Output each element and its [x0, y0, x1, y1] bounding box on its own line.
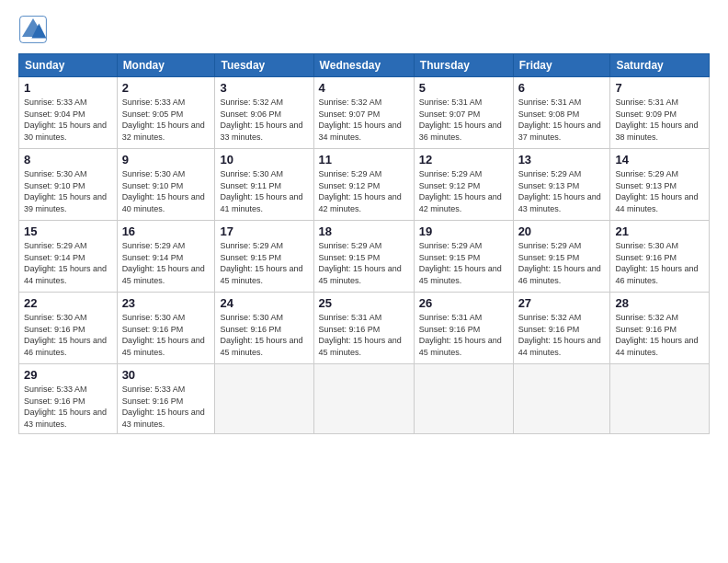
col-tuesday: Tuesday [215, 54, 313, 77]
table-cell: 21Sunrise: 5:30 AMSunset: 9:16 PMDayligh… [610, 221, 710, 293]
table-cell: 22Sunrise: 5:30 AMSunset: 9:16 PMDayligh… [19, 293, 118, 364]
table-cell: 15Sunrise: 5:29 AMSunset: 9:14 PMDayligh… [19, 221, 118, 293]
table-cell [215, 364, 313, 434]
table-cell [513, 364, 610, 434]
table-cell [414, 364, 513, 434]
table-cell: 17Sunrise: 5:29 AMSunset: 9:15 PMDayligh… [215, 221, 313, 293]
table-cell: 26Sunrise: 5:31 AMSunset: 9:16 PMDayligh… [414, 293, 513, 364]
week-row-5: 29Sunrise: 5:33 AMSunset: 9:16 PMDayligh… [19, 364, 710, 434]
col-friday: Friday [513, 54, 610, 77]
table-cell: 20Sunrise: 5:29 AMSunset: 9:15 PMDayligh… [513, 221, 610, 293]
logo [18, 15, 51, 44]
table-cell: 5Sunrise: 5:31 AMSunset: 9:07 PMDaylight… [414, 77, 513, 149]
table-cell: 28Sunrise: 5:32 AMSunset: 9:16 PMDayligh… [610, 293, 710, 364]
col-wednesday: Wednesday [313, 54, 414, 77]
table-cell: 29Sunrise: 5:33 AMSunset: 9:16 PMDayligh… [19, 364, 118, 434]
table-cell: 23Sunrise: 5:30 AMSunset: 9:16 PMDayligh… [117, 293, 215, 364]
calendar-body: 1Sunrise: 5:33 AMSunset: 9:04 PMDaylight… [19, 77, 710, 434]
table-cell: 16Sunrise: 5:29 AMSunset: 9:14 PMDayligh… [117, 221, 215, 293]
table-cell: 4Sunrise: 5:32 AMSunset: 9:07 PMDaylight… [313, 77, 414, 149]
table-cell: 2Sunrise: 5:33 AMSunset: 9:05 PMDaylight… [117, 77, 215, 149]
logo-icon [18, 15, 48, 44]
table-cell: 9Sunrise: 5:30 AMSunset: 9:10 PMDaylight… [117, 149, 215, 221]
table-cell: 27Sunrise: 5:32 AMSunset: 9:16 PMDayligh… [513, 293, 610, 364]
table-cell: 18Sunrise: 5:29 AMSunset: 9:15 PMDayligh… [313, 221, 414, 293]
table-cell: 19Sunrise: 5:29 AMSunset: 9:15 PMDayligh… [414, 221, 513, 293]
col-monday: Monday [117, 54, 215, 77]
table-cell [610, 364, 710, 434]
week-row-2: 8Sunrise: 5:30 AMSunset: 9:10 PMDaylight… [19, 149, 710, 221]
header-row: Sunday Monday Tuesday Wednesday Thursday… [19, 54, 710, 77]
week-row-3: 15Sunrise: 5:29 AMSunset: 9:14 PMDayligh… [19, 221, 710, 293]
table-cell: 8Sunrise: 5:30 AMSunset: 9:10 PMDaylight… [19, 149, 118, 221]
table-cell: 25Sunrise: 5:31 AMSunset: 9:16 PMDayligh… [313, 293, 414, 364]
table-cell: 3Sunrise: 5:32 AMSunset: 9:06 PMDaylight… [215, 77, 313, 149]
calendar-table: Sunday Monday Tuesday Wednesday Thursday… [18, 53, 710, 434]
col-saturday: Saturday [610, 54, 710, 77]
table-cell: 1Sunrise: 5:33 AMSunset: 9:04 PMDaylight… [19, 77, 118, 149]
table-cell: 12Sunrise: 5:29 AMSunset: 9:12 PMDayligh… [414, 149, 513, 221]
table-cell: 6Sunrise: 5:31 AMSunset: 9:08 PMDaylight… [513, 77, 610, 149]
table-cell: 11Sunrise: 5:29 AMSunset: 9:12 PMDayligh… [313, 149, 414, 221]
week-row-1: 1Sunrise: 5:33 AMSunset: 9:04 PMDaylight… [19, 77, 710, 149]
week-row-4: 22Sunrise: 5:30 AMSunset: 9:16 PMDayligh… [19, 293, 710, 364]
table-cell: 14Sunrise: 5:29 AMSunset: 9:13 PMDayligh… [610, 149, 710, 221]
table-cell: 7Sunrise: 5:31 AMSunset: 9:09 PMDaylight… [610, 77, 710, 149]
table-cell: 13Sunrise: 5:29 AMSunset: 9:13 PMDayligh… [513, 149, 610, 221]
table-cell [313, 364, 414, 434]
table-cell: 10Sunrise: 5:30 AMSunset: 9:11 PMDayligh… [215, 149, 313, 221]
header [18, 15, 710, 44]
table-cell: 30Sunrise: 5:33 AMSunset: 9:16 PMDayligh… [117, 364, 215, 434]
calendar-page: Sunday Monday Tuesday Wednesday Thursday… [0, 0, 728, 563]
table-cell: 24Sunrise: 5:30 AMSunset: 9:16 PMDayligh… [215, 293, 313, 364]
col-thursday: Thursday [414, 54, 513, 77]
col-sunday: Sunday [19, 54, 118, 77]
